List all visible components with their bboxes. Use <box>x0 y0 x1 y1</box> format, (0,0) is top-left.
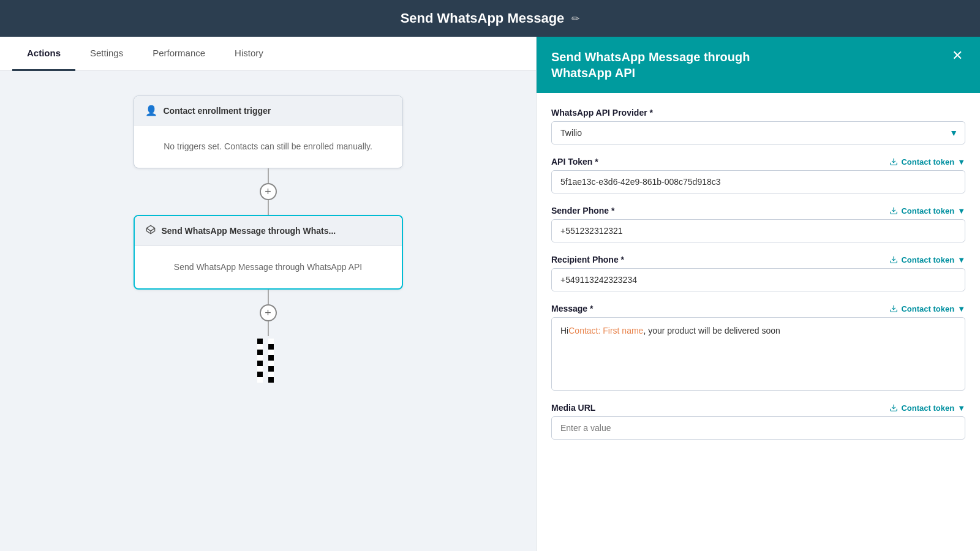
finish-flag <box>257 339 279 361</box>
flag-cell-2 <box>268 339 274 344</box>
connector-line-3 <box>268 290 269 304</box>
right-panel: Send WhatsApp Message throughWhatsApp AP… <box>536 37 980 551</box>
provider-label: WhatsApp API Provider * <box>551 108 653 118</box>
message-prefix: Hi <box>560 324 568 337</box>
recipient-phone-group: Recipient Phone * Contact token ▼ +54911… <box>551 255 965 291</box>
api-token-label-row: API Token * Contact token ▼ <box>551 157 965 167</box>
message-label-row: Message * Contact token ▼ <box>551 304 965 313</box>
tab-history[interactable]: History <box>220 37 278 71</box>
flag-cell-9 <box>257 361 263 366</box>
media-url-label-row: Media URL Contact token ▼ <box>551 403 965 413</box>
connector-line-4 <box>268 321 269 336</box>
flag-cell-1 <box>257 339 263 344</box>
main-layout: Actions Settings Performance History 👤 C… <box>0 37 980 551</box>
workflow-canvas: 👤 Contact enrollment trigger No triggers… <box>0 71 536 551</box>
api-token-contact-token-label: Contact token <box>901 157 954 167</box>
recipient-phone-label: Recipient Phone * <box>551 255 624 264</box>
flag-cell-3 <box>257 344 263 350</box>
trigger-node-body: No triggers set. Contacts can still be e… <box>134 126 402 168</box>
recipient-phone-contact-token-button[interactable]: Contact token ▼ <box>889 255 965 264</box>
media-url-contact-token-label: Contact token <box>901 403 954 413</box>
connector-line-2 <box>268 200 269 215</box>
flag-cell-6 <box>268 350 274 355</box>
cube-icon <box>146 225 156 237</box>
connector-line-1 <box>268 168 269 183</box>
message-suffix: , your product will be delivered soon <box>643 324 780 337</box>
flag-cell-7 <box>257 355 263 361</box>
sender-phone-contact-token-label: Contact token <box>901 206 954 216</box>
right-panel-header: Send WhatsApp Message throughWhatsApp AP… <box>537 37 980 93</box>
flag-cell-12 <box>268 366 274 372</box>
form-area: WhatsApp API Provider * Twilio ▼ API Tok… <box>537 93 980 551</box>
action-node-header: Send WhatsApp Message through Whats... <box>135 216 402 246</box>
download-icon-4 <box>889 304 898 313</box>
message-token: Contact: First name <box>568 324 643 337</box>
trigger-node-header: 👤 Contact enrollment trigger <box>134 96 402 126</box>
sender-phone-chevron-icon: ▼ <box>957 206 965 216</box>
sender-phone-label: Sender Phone * <box>551 206 614 216</box>
recipient-phone-contact-token-label: Contact token <box>901 255 954 264</box>
api-token-group: API Token * Contact token ▼ 5f1ae13c-e3d… <box>551 157 965 193</box>
message-contact-token-button[interactable]: Contact token ▼ <box>889 304 965 313</box>
right-panel-title: Send WhatsApp Message throughWhatsApp AP… <box>551 49 750 81</box>
api-token-input[interactable]: 5f1ae13c-e3d6-42e9-861b-008c75d918c3 <box>551 170 965 193</box>
media-url-contact-token-button[interactable]: Contact token ▼ <box>889 403 965 413</box>
message-group: Message * Contact token ▼ Hi Contact: Fi… <box>551 304 965 391</box>
flag-cell-8 <box>268 355 274 361</box>
message-chevron-icon: ▼ <box>957 304 965 313</box>
page-header: Send WhatsApp Message ✏ <box>0 0 980 37</box>
provider-label-row: WhatsApp API Provider * <box>551 108 965 118</box>
flag-cell-5 <box>257 350 263 355</box>
add-step-button-2[interactable]: + <box>260 304 277 321</box>
provider-group: WhatsApp API Provider * Twilio ▼ <box>551 108 965 144</box>
download-icon <box>889 157 898 166</box>
flag-cell-10 <box>268 361 274 366</box>
api-token-chevron-icon: ▼ <box>957 157 965 167</box>
person-icon: 👤 <box>145 105 157 116</box>
flag-cell-15 <box>257 377 263 383</box>
media-url-group: Media URL Contact token ▼ <box>551 403 965 440</box>
sender-phone-input[interactable]: +551232312321 <box>551 219 965 242</box>
recipient-phone-chevron-icon: ▼ <box>957 255 965 264</box>
sender-phone-group: Sender Phone * Contact token ▼ +55123231… <box>551 206 965 242</box>
tab-performance[interactable]: Performance <box>138 37 220 71</box>
page-title: Send WhatsApp Message <box>401 10 565 26</box>
add-step-button-1[interactable]: + <box>260 183 277 200</box>
provider-select-wrapper: Twilio ▼ <box>551 121 965 144</box>
flag-cell-11 <box>257 366 263 372</box>
connector-2: + <box>260 290 277 336</box>
message-label: Message * <box>551 304 593 313</box>
message-contact-token-label: Contact token <box>901 304 954 313</box>
media-url-label: Media URL <box>551 403 595 413</box>
tab-settings[interactable]: Settings <box>75 37 138 71</box>
recipient-phone-input[interactable]: +549113242323234 <box>551 268 965 291</box>
sender-phone-contact-token-button[interactable]: Contact token ▼ <box>889 206 965 216</box>
provider-select[interactable]: Twilio <box>551 121 965 144</box>
left-panel: Actions Settings Performance History 👤 C… <box>0 37 536 551</box>
flag-cell-16 <box>268 377 274 383</box>
download-icon-5 <box>889 403 898 412</box>
api-token-label: API Token * <box>551 157 598 167</box>
connector-1: + <box>260 168 277 215</box>
message-input[interactable]: Hi Contact: First name , your product wi… <box>551 317 965 391</box>
flag-cell-13 <box>257 372 263 377</box>
edit-icon[interactable]: ✏ <box>571 13 579 24</box>
action-node-body: Send WhatsApp Message through WhatsApp A… <box>135 246 402 288</box>
download-icon-2 <box>889 206 898 215</box>
media-url-input[interactable] <box>551 416 965 440</box>
action-node-title: Send WhatsApp Message through Whats... <box>162 226 336 236</box>
download-icon-3 <box>889 255 898 264</box>
sender-phone-label-row: Sender Phone * Contact token ▼ <box>551 206 965 216</box>
tab-bar: Actions Settings Performance History <box>0 37 536 71</box>
recipient-phone-label-row: Recipient Phone * Contact token ▼ <box>551 255 965 264</box>
api-token-contact-token-button[interactable]: Contact token ▼ <box>889 157 965 167</box>
flag-cell-4 <box>268 344 274 350</box>
tab-actions[interactable]: Actions <box>12 37 75 71</box>
action-node[interactable]: Send WhatsApp Message through Whats... S… <box>134 215 403 290</box>
close-button[interactable]: ✕ <box>949 49 965 62</box>
trigger-node[interactable]: 👤 Contact enrollment trigger No triggers… <box>134 96 403 168</box>
flag-cell-14 <box>268 372 274 377</box>
media-url-chevron-icon: ▼ <box>957 403 965 413</box>
trigger-node-title: Contact enrollment trigger <box>164 106 271 116</box>
